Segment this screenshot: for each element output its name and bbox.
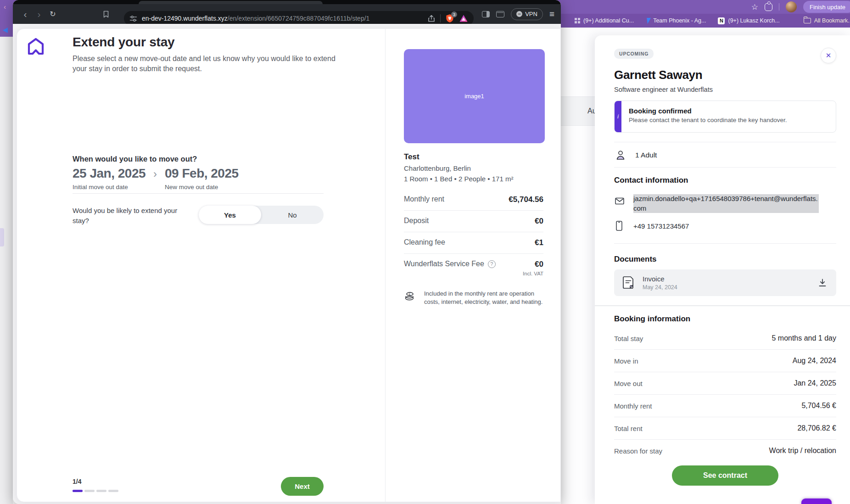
star-icon[interactable]: ☆: [751, 2, 758, 12]
bookmark-item[interactable]: N (9+) Lukasz Korch...: [718, 17, 779, 24]
phone-row[interactable]: +49 15731234567: [614, 220, 836, 231]
table-row: Monthly rent 5,704.56 €: [614, 394, 836, 417]
initial-moveout-date[interactable]: 25 Jan, 2025: [73, 166, 145, 181]
menu-icon[interactable]: ≡: [549, 9, 554, 19]
listing-summary: image1 Test Charlottenburg, Berlin 1 Roo…: [385, 29, 560, 502]
left-edge-sliver: ‹: [0, 0, 13, 504]
invoice-document-icon: [622, 276, 634, 290]
chevron-right-icon: ›: [153, 168, 157, 180]
active-tab[interactable]: [139, 1, 323, 4]
divider: [73, 193, 324, 194]
controls-separator: [779, 3, 779, 11]
contact-heading: Contact information: [614, 176, 836, 185]
reload-button[interactable]: ↻: [46, 7, 60, 21]
bookmark-label: Team Phoenix - Ag...: [653, 17, 706, 24]
extensions-icon[interactable]: [765, 3, 772, 11]
site-settings-icon[interactable]: [129, 15, 137, 22]
vat-note: Incl. VAT: [523, 271, 543, 276]
occupancy-label: 1 Adult: [635, 151, 657, 159]
phone-value: +49 15731234567: [633, 222, 689, 230]
toggle-no-option[interactable]: No: [261, 206, 324, 224]
price-label: Monthly rent: [404, 195, 444, 203]
row-value: Work trip / relocation: [769, 447, 836, 455]
step-progress-bar: [73, 490, 118, 492]
price-value: €0: [523, 260, 543, 269]
wallet-icon[interactable]: [496, 11, 504, 17]
listing-image-placeholder: image1: [404, 49, 545, 143]
divider: [614, 167, 836, 168]
bookmark-label: (9+) Additional Cu...: [583, 17, 634, 24]
see-contract-button[interactable]: See contract: [672, 465, 778, 486]
row-label: Total rent: [614, 425, 643, 432]
included-note: € Included in the monthly rent are opera…: [404, 290, 543, 307]
page-viewport: Extend your stay Please select a new mov…: [13, 24, 561, 504]
email-value[interactable]: jazmin.donadello+qa+1716548039786+tenant…: [633, 194, 819, 213]
occupancy-row: 1 Adult: [614, 142, 836, 167]
initial-moveout-date-label: Initial move out date: [73, 184, 145, 190]
phone-icon: [614, 220, 624, 231]
price-breakdown: Monthly rent €5,704.56 Deposit €0 Cleani…: [404, 189, 543, 282]
urlbar-separator: [440, 14, 441, 22]
listing-specs: 1 Room • 1 Bed • 2 People • 171 m²: [404, 175, 543, 183]
notion-icon: N: [718, 17, 725, 24]
download-icon[interactable]: [818, 278, 827, 287]
row-value: Aug 24, 2024: [793, 357, 836, 365]
table-row: Move in Aug 24, 2024: [614, 349, 836, 372]
row-label: Move out: [614, 380, 643, 387]
price-label: Cleaning fee: [404, 238, 445, 246]
document-date: May 24, 2024: [643, 284, 677, 291]
browser-window: ‹ › ↻ en-dev-12490.wunderflats.xyz/en/ex…: [13, 0, 561, 504]
shield-counter-badge: 3: [451, 11, 457, 17]
table-row: Total rent 28,706.82 €: [614, 417, 836, 439]
back-arrow-icon: ‹: [4, 3, 6, 11]
close-button[interactable]: ✕: [821, 48, 836, 63]
url-text[interactable]: en-dev-12490.wunderflats.xyz/en/extensio…: [142, 15, 369, 22]
infobox-title: Booking confirmed: [629, 107, 787, 115]
vpn-button[interactable]: – VPN: [511, 8, 543, 20]
all-bookmarks[interactable]: All Bookmark...: [804, 17, 850, 24]
bookmark-icon[interactable]: [102, 10, 110, 18]
info-icon: i: [615, 101, 621, 132]
step-progress-label: 1/4: [73, 478, 81, 485]
tenant-subtitle: Software engineer at Wunderflats: [614, 86, 836, 93]
finish-update-button[interactable]: Finish update: [803, 1, 850, 13]
progress-segment: [96, 490, 106, 492]
url-path: /en/extension/6650724759c887049fc1611b/s…: [228, 15, 370, 22]
price-value: €5,704.56: [509, 195, 543, 204]
price-row: Monthly rent €5,704.56: [404, 189, 543, 211]
all-bookmarks-label: All Bookmark...: [814, 17, 850, 24]
toggle-yes-option[interactable]: Yes: [199, 206, 261, 224]
wunderflats-logo: [28, 38, 44, 55]
profile-avatar[interactable]: [786, 1, 797, 12]
forward-button[interactable]: ›: [32, 7, 46, 21]
background-window-controls: ☆ Finish update: [751, 0, 850, 14]
page-title: Extend your stay: [73, 35, 339, 50]
coins-icon: €: [404, 290, 416, 302]
brave-shield-icon[interactable]: 3: [445, 14, 454, 23]
email-row[interactable]: jazmin.donadello+qa+1716548039786+tenant…: [614, 194, 836, 213]
help-icon[interactable]: ?: [488, 260, 496, 268]
sidebar-toggle-icon[interactable]: [482, 11, 490, 17]
row-value: 28,706.82 €: [797, 424, 836, 432]
new-moveout-date[interactable]: 09 Feb, 2025: [165, 166, 239, 181]
lightning-icon: [645, 18, 651, 24]
chat-widget-button[interactable]: [801, 498, 832, 504]
row-label: Total stay: [614, 335, 643, 342]
progress-segment: [108, 490, 118, 492]
back-button[interactable]: ‹: [18, 7, 32, 21]
brave-rewards-icon[interactable]: [459, 14, 468, 22]
bookmark-item[interactable]: (9+) Additional Cu...: [575, 17, 634, 24]
next-button[interactable]: Next: [281, 477, 324, 496]
documents-heading: Documents: [614, 255, 836, 264]
document-card[interactable]: Invoice May 24, 2024: [614, 269, 836, 296]
bookmark-label: (9+) Lukasz Korch...: [728, 17, 779, 24]
price-row: Deposit €0: [404, 211, 543, 232]
moveout-dates: 25 Jan, 2025 Initial move out date › 09 …: [73, 166, 239, 190]
tab-strip: [13, 0, 561, 4]
price-row: Wunderflats Service Fee ? €0 Incl. VAT: [404, 254, 543, 282]
bookmark-item[interactable]: Team Phoenix - Ag...: [646, 17, 706, 24]
email-icon: [614, 196, 625, 207]
extend-stay-modal: Extend your stay Please select a new mov…: [17, 28, 561, 502]
page-subtitle: Please select a new move-out date and le…: [73, 54, 339, 74]
share-icon[interactable]: [427, 14, 436, 22]
